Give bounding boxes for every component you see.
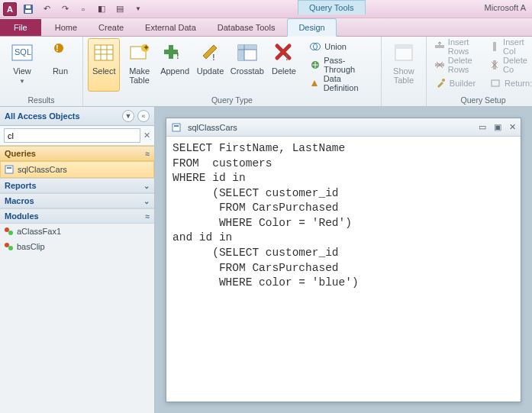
chevron-up-icon: ≈ — [146, 212, 150, 221]
tab-database-tools[interactable]: Database Tools — [207, 19, 286, 36]
pass-through-label: Pass-Through — [324, 56, 373, 74]
qat-undo-icon[interactable]: ↶ — [40, 2, 53, 16]
delete-rows-button: Delete Rows — [431, 56, 479, 73]
navigation-pane: All Access Objects ▼ « ✕ Queries ≈ sqlCl… — [0, 107, 155, 413]
data-definition-label: Data Definition — [324, 74, 373, 92]
sql-text[interactable]: SELECT FirstName, LastName FROM customer… — [166, 137, 521, 295]
tab-create[interactable]: Create — [88, 19, 134, 36]
append-label: Append — [160, 66, 189, 76]
ribbon-group-show-table: Show Table — [382, 37, 427, 106]
nav-title: All Access Objects — [5, 111, 80, 121]
delete-columns-button: Delete Co — [486, 56, 532, 73]
pass-through-button[interactable]: Pass-Through — [306, 56, 376, 73]
results-group-label: Results — [5, 94, 78, 106]
minimize-icon[interactable]: ▭ — [479, 122, 486, 132]
tab-external-data[interactable]: External Data — [134, 19, 207, 36]
insert-rows-label: Insert Rows — [448, 37, 476, 56]
chevron-down-icon: ▼ — [19, 78, 25, 85]
nav-group-reports[interactable]: Reports ⌄ — [0, 178, 154, 193]
sql-window-titlebar[interactable]: sqlClassCars ▭ ▣ ✕ — [166, 118, 521, 137]
close-icon[interactable]: ✕ — [509, 122, 516, 132]
svg-rect-2 — [26, 5, 31, 8]
nav-header[interactable]: All Access Objects ▼ « — [0, 107, 154, 126]
update-label: Update — [197, 66, 224, 76]
insert-columns-icon — [489, 40, 500, 53]
module-icon — [3, 240, 15, 253]
delete-button[interactable]: ! Delete — [268, 38, 300, 92]
svg-rect-21 — [238, 45, 244, 60]
insert-columns-button: Insert Col — [486, 38, 532, 55]
make-table-button[interactable]: ✦ Make Table — [123, 38, 155, 92]
union-icon — [309, 40, 321, 53]
tab-home[interactable]: Home — [44, 19, 88, 36]
nav-group-modules[interactable]: Modules ≈ — [0, 208, 154, 224]
show-table-icon — [392, 40, 416, 65]
svg-rect-1 — [25, 10, 31, 13]
nav-group-macros-label: Macros — [5, 196, 34, 205]
update-button[interactable]: ! Update — [194, 38, 226, 92]
delete-rows-label: Delete Rows — [448, 56, 476, 74]
delete-columns-icon — [489, 59, 500, 71]
nav-dropdown-icon[interactable]: ▼ — [122, 110, 134, 122]
delete-rows-icon — [434, 59, 445, 71]
qat-save-icon[interactable] — [21, 2, 35, 16]
nav-item-aclassfax1[interactable]: aClassFax1 — [0, 224, 154, 239]
sql-editor-scroll[interactable]: SELECT FirstName, LastName FROM customer… — [166, 137, 521, 402]
svg-rect-43 — [174, 125, 179, 127]
tab-design[interactable]: Design — [287, 18, 336, 37]
tab-file[interactable]: File — [0, 19, 41, 36]
clear-search-icon[interactable]: ✕ — [143, 131, 150, 140]
app-title: Microsoft A — [485, 3, 526, 12]
union-button[interactable]: Union — [306, 38, 376, 55]
datasheet-icon — [92, 40, 116, 65]
svg-point-41 — [8, 246, 13, 250]
svg-rect-7 — [95, 45, 113, 60]
pass-through-icon — [309, 59, 321, 71]
nav-item-sqlclasscars[interactable]: sqlClassCars — [0, 161, 154, 178]
nav-item-label: basClip — [17, 242, 45, 251]
nav-group-macros[interactable]: Macros ⌄ — [0, 193, 154, 208]
maximize-icon[interactable]: ▣ — [494, 122, 501, 132]
make-table-label: Make Table — [129, 66, 150, 85]
sql-window-title: sqlClassCars — [188, 123, 474, 132]
append-button[interactable]: ! Append — [159, 38, 191, 92]
insert-rows-icon — [434, 40, 445, 53]
query-type-group-label: Query Type — [88, 94, 376, 106]
qat-btn6-icon[interactable]: ▤ — [113, 2, 127, 16]
svg-rect-37 — [7, 167, 11, 169]
qat-btn4-icon[interactable]: ▫ — [76, 2, 90, 16]
union-label: Union — [324, 42, 347, 51]
builder-button: Builder — [431, 75, 479, 92]
nav-collapse-icon[interactable]: « — [137, 110, 150, 122]
ribbon-tabs: File Home Create External Data Database … — [0, 18, 532, 37]
data-definition-button[interactable]: Data Definition — [306, 75, 376, 92]
run-label: Run — [53, 66, 68, 76]
qat-btn5-icon[interactable]: ◧ — [95, 2, 108, 16]
contextual-tab-label: Query Tools — [298, 0, 366, 15]
svg-text:SQL: SQL — [15, 47, 31, 56]
chevron-down-icon: ⌄ — [143, 197, 150, 205]
return-label: Return: — [505, 79, 532, 88]
crosstab-label: Crosstab — [231, 66, 264, 76]
run-button[interactable]: ! Run — [43, 38, 78, 92]
crosstab-button[interactable]: Crosstab — [230, 38, 265, 92]
ribbon-group-results: SQL View ▼ ! Run Results — [0, 37, 83, 106]
svg-rect-33 — [493, 42, 496, 51]
svg-rect-42 — [172, 124, 180, 131]
svg-point-39 — [8, 231, 13, 235]
view-button[interactable]: SQL View ▼ — [5, 38, 40, 92]
crosstab-icon — [235, 40, 260, 65]
ribbon-group-query-setup: Insert Rows Delete Rows Builder Insert C… — [427, 37, 532, 106]
qat-dropdown-icon[interactable]: ▼ — [131, 2, 145, 16]
svg-text:✦: ✦ — [143, 43, 150, 52]
nav-group-queries[interactable]: Queries ≈ — [0, 146, 154, 161]
qat-redo-icon[interactable]: ↷ — [58, 2, 72, 16]
show-table-group-label — [386, 103, 421, 106]
show-table-button[interactable]: Show Table — [386, 38, 421, 92]
nav-item-basclip[interactable]: basClip — [0, 239, 154, 254]
select-query-button[interactable]: Select — [88, 38, 120, 92]
delete-columns-label: Delete Co — [503, 56, 532, 74]
nav-search-input[interactable] — [4, 128, 140, 143]
return-button: Return: — [486, 75, 532, 92]
svg-point-38 — [5, 227, 9, 232]
